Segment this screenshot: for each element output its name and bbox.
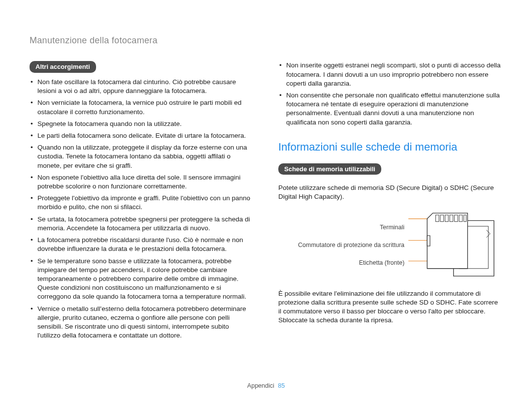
list-item: Proteggete l'obiettivo da impronte e gra…	[30, 194, 254, 212]
columns: Altri accorgimenti Non fate oscillare la…	[30, 61, 502, 343]
label-front: Etichetta (fronte)	[359, 259, 404, 267]
list-item: Spegnete la fotocamera quando non la uti…	[30, 120, 254, 128]
pill-usable-cards: Schede di memoria utilizzabili	[278, 163, 381, 175]
svg-rect-6	[445, 215, 449, 221]
page-footer: Appendici 85	[0, 382, 532, 390]
right-column: Non inserite oggetti estranei negli scom…	[278, 61, 502, 343]
footer-section: Appendici	[247, 382, 274, 389]
footer-page-number: 85	[278, 382, 285, 389]
page: Manutenzione della fotocamera Altri acco…	[0, 0, 532, 363]
left-bullets: Non fate oscillare la fotocamera dal cin…	[30, 78, 254, 340]
section-title-memory-cards: Informazioni sulle schede di memoria	[278, 140, 502, 154]
diagram-labels: Terminali Commutatore di protezione da s…	[298, 223, 404, 267]
page-header: Manutenzione della fotocamera	[30, 34, 502, 46]
svg-rect-7	[450, 215, 453, 221]
left-column: Altri accorgimenti Non fate oscillare la…	[30, 61, 254, 343]
sd-card-icon	[408, 209, 502, 282]
svg-rect-10	[464, 215, 466, 221]
list-item: Quando non la utilizzate, proteggete il …	[30, 143, 254, 170]
svg-rect-5	[440, 215, 444, 221]
bottom-text: È possibile evitare l'eliminazione dei f…	[278, 289, 502, 325]
svg-rect-11	[427, 235, 430, 246]
list-item: Non esponete l'obiettivo alla luce diret…	[30, 173, 254, 191]
svg-rect-8	[455, 215, 458, 221]
list-item: La fotocamera potrebbe riscaldarsi duran…	[30, 236, 254, 253]
sd-card-diagram: Terminali Commutatore di protezione da s…	[298, 209, 502, 282]
list-item: Non consentite che personale non qualifi…	[278, 91, 502, 127]
pill-other-precautions: Altri accorgimenti	[30, 61, 96, 73]
list-item: Vernice o metallo sull'esterno della fot…	[30, 305, 254, 340]
list-item: Le parti della fotocamera sono delicate.…	[30, 131, 254, 140]
svg-rect-9	[459, 215, 463, 221]
list-item: Non verniciate la fotocamera, la vernice…	[30, 98, 254, 116]
label-terminals: Terminali	[380, 223, 404, 232]
list-item: Non inserite oggetti estranei negli scom…	[278, 61, 502, 88]
intro-text: Potete utilizzare schede di memoria SD (…	[278, 184, 502, 201]
right-top-bullets: Non inserite oggetti estranei negli scom…	[278, 61, 502, 127]
list-item: Se le temperature sono basse e utilizzat…	[30, 257, 254, 302]
svg-rect-4	[435, 215, 439, 221]
label-write-protect: Commutatore di protezione da scrittura	[298, 242, 404, 249]
list-item: Se urtata, la fotocamera potrebbe spegne…	[30, 215, 254, 233]
list-item: Non fate oscillare la fotocamera dal cin…	[30, 78, 254, 95]
